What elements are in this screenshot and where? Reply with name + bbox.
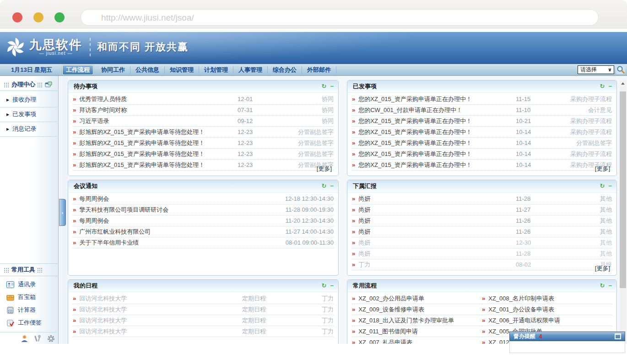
process-title[interactable]: XZ_007_礼品申请表: [358, 338, 482, 344]
process-link[interactable]: »XZ_009_设备维修申请表: [352, 304, 482, 315]
list-item[interactable]: »每周周例会12-18 12:30-14:30: [73, 193, 334, 204]
refresh-icon[interactable]: ↻: [600, 283, 605, 289]
process-link[interactable]: »XZ_011_图书借阅申请: [352, 326, 482, 337]
window-close-button[interactable]: [12, 12, 22, 22]
popup-title-bar[interactable]: 督办提醒 4: [509, 332, 625, 341]
sidebar-item-receive[interactable]: ▶ 接收办理: [0, 92, 59, 107]
search-button[interactable]: [616, 65, 625, 74]
item-title[interactable]: 每周周例会: [79, 195, 285, 203]
item-title[interactable]: 尚妍: [358, 250, 516, 258]
process-link[interactable]: »XZ_001_办公设备申请表: [482, 304, 612, 315]
item-title[interactable]: 彭旭辉的XZ_015_资产采购申请单等待您处理！: [79, 161, 238, 169]
item-title[interactable]: 您的XZ_015_资产采购申请单正在办理中！: [358, 128, 516, 136]
menu-planning[interactable]: 计划管理: [199, 66, 233, 74]
item-title[interactable]: 您的CW_001_付款申请单正在办理中！: [358, 106, 516, 114]
process-link[interactable]: »XZ_006_开通电话权限申请: [482, 315, 612, 326]
item-title[interactable]: 您的XZ_015_资产采购申请单正在办理中！: [358, 117, 516, 125]
menu-general-office[interactable]: 综合办公: [268, 66, 302, 74]
item-title[interactable]: 关于下半年信用卡业绩: [79, 239, 285, 247]
list-item[interactable]: »回访河北科技大学定期日程丁力: [73, 315, 334, 326]
list-item[interactable]: »回访河北科技大学定期日程丁力: [73, 293, 334, 304]
list-item[interactable]: »彭旭辉的XZ_015_资产采购申请单等待您处理！12-23分管副总签字: [73, 138, 334, 149]
more-link[interactable]: [更多]: [317, 165, 332, 173]
list-item[interactable]: »您的XZ_015_资产采购申请单正在办理中！10-21采购办理子流程: [352, 116, 612, 127]
item-title[interactable]: 您的XZ_015_资产采购申请单正在办理中！: [358, 95, 516, 103]
page-scrollbar[interactable]: [620, 80, 626, 344]
gear-icon[interactable]: [47, 335, 55, 343]
tool-calculator[interactable]: 计算器: [0, 304, 59, 316]
refresh-icon[interactable]: ↻: [600, 183, 605, 189]
refresh-icon[interactable]: ↻: [322, 183, 327, 189]
sidebar-item-sent[interactable]: ▶ 已发事项: [0, 107, 59, 122]
list-item[interactable]: »彭旭辉的XZ_015_资产采购申请单等待您处理！12-23分管副总签字: [73, 127, 334, 138]
list-item[interactable]: »习近平语录09-12协同: [73, 116, 334, 127]
list-item[interactable]: »尚妍11-28其他: [352, 193, 612, 204]
tool-contacts[interactable]: 通讯录: [0, 278, 59, 291]
refresh-icon[interactable]: ↻: [322, 283, 327, 289]
list-item[interactable]: »拜访客户时间对称07-31协同: [73, 105, 334, 116]
list-item[interactable]: »尚妍11-26其他: [352, 215, 612, 226]
more-link[interactable]: [更多]: [595, 264, 610, 273]
quick-select-dropdown[interactable]: 请选择 ∨: [578, 65, 614, 74]
item-title[interactable]: 彭旭辉的XZ_015_资产采购申请单等待您处理！: [79, 150, 238, 158]
popup-restore-icon[interactable]: [615, 333, 621, 339]
list-item[interactable]: »尚妍11-26其他: [352, 226, 612, 237]
item-title[interactable]: 优秀管理人员特质: [79, 95, 238, 103]
minimize-icon[interactable]: −: [330, 83, 334, 90]
menu-external-mail[interactable]: 外部邮件: [302, 66, 336, 74]
list-item[interactable]: »尚妍12-30其他: [352, 237, 612, 248]
refresh-icon[interactable]: ↻: [322, 83, 327, 90]
list-item[interactable]: »回访河北科技大学定期日程丁力: [73, 304, 334, 315]
item-title[interactable]: 尚妍: [358, 195, 516, 203]
process-title[interactable]: XZ_018_出入证及门禁卡办理审批单: [358, 316, 482, 325]
user-icon[interactable]: [21, 335, 28, 343]
process-title[interactable]: XZ_001_办公设备申请表: [488, 305, 612, 314]
panel-layout-icon[interactable]: [45, 81, 52, 88]
tool-treasure-box[interactable]: 百宝箱: [0, 291, 59, 304]
item-title[interactable]: 回访河北科技大学: [79, 294, 242, 303]
refresh-icon[interactable]: ↻: [600, 83, 605, 90]
sidebar-collapse-handle[interactable]: ‹: [59, 199, 66, 226]
process-title[interactable]: XZ_011_图书借阅申请: [358, 327, 482, 336]
minimize-icon[interactable]: −: [330, 283, 334, 289]
list-item[interactable]: »每周周例会11-20 12:30-14:30: [73, 215, 334, 226]
process-title[interactable]: XZ_008_名片印制申请表: [488, 294, 612, 303]
minimize-icon[interactable]: −: [330, 183, 334, 189]
item-title[interactable]: 回访河北科技大学: [79, 316, 242, 325]
menu-public-info[interactable]: 公共信息: [130, 66, 165, 74]
sidebar-item-messages[interactable]: ▶ 消息记录: [0, 122, 59, 137]
item-title[interactable]: 广州市红帆业科技有限公司: [79, 228, 285, 236]
item-title[interactable]: 擎天科技有限公司项目调研研讨会: [79, 206, 285, 214]
item-title[interactable]: 回访河北科技大学: [79, 305, 242, 314]
list-item[interactable]: »彭旭辉的XZ_015_资产采购申请单等待您处理！12-23分管副总签字: [73, 160, 334, 171]
item-title[interactable]: 每周周例会: [79, 217, 285, 225]
process-link[interactable]: »XZ_002_办公用品申请单: [352, 293, 482, 304]
process-title[interactable]: XZ_009_设备维修申请表: [358, 305, 482, 314]
item-title[interactable]: 拜访客户时间对称: [79, 106, 238, 114]
item-title[interactable]: 回访河北科技大学: [79, 327, 242, 336]
minimize-icon[interactable]: −: [608, 83, 612, 90]
list-item[interactable]: »您的XZ_015_资产采购申请单正在办理中！10-14采购办理子流程: [352, 127, 612, 138]
list-item[interactable]: »优秀管理人员特质12-01协同: [73, 94, 334, 105]
list-item[interactable]: »您的XZ_015_资产采购申请单正在办理中！10-14分管副总签字: [352, 138, 612, 149]
item-title[interactable]: 尚妍: [358, 239, 516, 247]
list-item[interactable]: »彭旭辉的XZ_015_资产采购申请单等待您处理！12-23分管副总签字: [73, 149, 334, 160]
item-title[interactable]: 习近平语录: [79, 117, 238, 125]
list-item[interactable]: »丁力08-02月报: [352, 259, 612, 270]
process-title[interactable]: XZ_002_办公用品申请单: [358, 294, 482, 303]
list-item[interactable]: »您的CW_001_付款申请单正在办理中！11-10会计意见: [352, 105, 612, 116]
list-item[interactable]: »尚妍11-27其他: [352, 204, 612, 215]
menu-workflow[interactable]: 工作流程: [62, 65, 93, 75]
menu-hr[interactable]: 人事管理: [233, 66, 268, 74]
list-item[interactable]: »回访河北科技大学定期日程丁力: [73, 326, 334, 337]
process-title[interactable]: XZ_006_开通电话权限申请: [488, 316, 612, 325]
list-item[interactable]: »擎天科技有限公司项目调研研讨会11-28 09:00-19:30: [73, 204, 334, 215]
menu-knowledge[interactable]: 知识管理: [165, 66, 199, 74]
item-title[interactable]: 尚妍: [358, 206, 516, 214]
address-bar[interactable]: http://www.jiusi.net/jsoa/: [81, 9, 599, 26]
window-zoom-button[interactable]: [54, 12, 65, 22]
window-minimize-button[interactable]: [33, 12, 43, 22]
list-item[interactable]: »您的XZ_015_资产采购申请单正在办理中！10-14采购办理子流程: [352, 160, 612, 171]
list-item[interactable]: »您的XZ_015_资产采购申请单正在办理中！11-15采购办理子流程: [352, 94, 612, 105]
tool-work-note[interactable]: 工作便签: [0, 316, 59, 329]
